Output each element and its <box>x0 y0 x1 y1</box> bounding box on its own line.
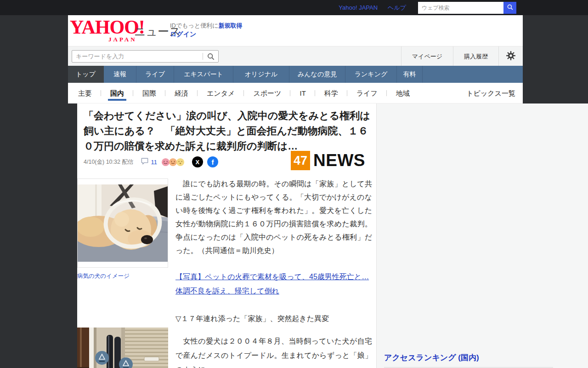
mypage-link[interactable]: マイページ <box>401 46 453 66</box>
top-bar-inner: Yahoo! JAPAN ヘルプ <box>68 0 523 15</box>
comments-button[interactable]: 11 <box>141 157 157 167</box>
x-icon: X <box>196 159 200 166</box>
share-facebook-button[interactable]: f <box>207 156 218 167</box>
source-47-badge: 47 <box>291 151 310 170</box>
subnav-item-chiiki[interactable]: 地域 <box>387 83 419 104</box>
nav-tab-expert[interactable]: エキスパート <box>174 66 233 83</box>
subnav-item-kokunai[interactable]: 国内 <box>101 83 133 104</box>
keyword-search-row: マイページ 購入履歴 <box>68 46 523 66</box>
article-paragraph-2: 女性の愛犬は２００４年８月、当時飼っていた犬が自宅で産んだメスのトイプードル。生… <box>175 334 372 368</box>
news-source-logo[interactable]: 47 NEWS <box>291 151 365 170</box>
nav-tab-paid[interactable]: 有料 <box>397 66 423 83</box>
nav-tab-sokuho[interactable]: 速報 <box>104 66 136 83</box>
purchase-history-link[interactable]: 購入履歴 <box>453 46 498 66</box>
account-shortcuts: マイページ 購入履歴 <box>401 46 523 66</box>
keyword-search-box <box>72 50 219 63</box>
login-link[interactable]: ログイン <box>170 30 196 39</box>
article-meta: 4/10(金) 10:32 配信 11 <box>84 156 218 168</box>
site-header: YAHOO! JAPAN ニュース IDでもっと便利に新規取得 ログイン <box>68 15 523 46</box>
access-ranking-heading[interactable]: アクセスランキング (国内) <box>384 352 553 368</box>
category-subnav: 主要 国内 国際 経済 エンタメ スポーツ IT 科学 ライフ 地域 トピックス… <box>68 83 523 104</box>
help-link[interactable]: ヘルプ <box>388 4 406 12</box>
article-photo-clinic[interactable] <box>77 326 168 368</box>
article-paragraph-1: 誰にでも訪れる最期の時。その瞬間は「家族」として共に過ごしたペットにもやってくる… <box>175 177 372 257</box>
main-nav: トップ 速報 ライブ エキスパート オリジナル みんなの意見 ランキング 有料 <box>68 66 523 83</box>
web-search-button[interactable] <box>503 2 516 14</box>
web-search-input[interactable] <box>418 2 503 14</box>
search-divider <box>203 53 203 60</box>
gear-icon <box>506 51 516 63</box>
nav-tab-ranking[interactable]: ランキング <box>345 66 397 83</box>
subnav-item-sports[interactable]: スポーツ <box>244 83 290 104</box>
subnav-item-kagaku[interactable]: 科学 <box>315 83 347 104</box>
nav-tab-opinion[interactable]: みんなの意見 <box>289 66 345 83</box>
signup-link[interactable]: 新規取得 <box>219 22 243 29</box>
subnav-item-it[interactable]: IT <box>290 83 315 104</box>
facebook-icon: f <box>211 158 214 166</box>
sidebar-ad-area <box>377 104 588 368</box>
subnav-item-entame[interactable]: エンタメ <box>198 83 244 104</box>
search-icon[interactable] <box>207 52 215 63</box>
keyword-search-input[interactable] <box>72 51 202 62</box>
yahoo-japan-link[interactable]: Yahoo! JAPAN <box>339 4 378 11</box>
settings-button[interactable] <box>498 46 523 66</box>
topics-list-link[interactable]: トピックス一覧 <box>466 83 515 104</box>
reaction-emojis <box>163 158 185 167</box>
source-news-label: NEWS <box>313 151 365 170</box>
share-x-button[interactable]: X <box>192 156 203 167</box>
id-promo-label: IDでもっと便利に <box>170 22 219 29</box>
article-subheading: ▽１７年連れ添った「家族」、突然起きた異変 <box>175 312 372 326</box>
publish-date: 4/10(金) 10:32 配信 <box>84 158 133 166</box>
article-title: 「会わせてください」涙の叫び、入院中の愛犬をみとる権利は飼い主にある？ 「絶対大… <box>84 108 373 154</box>
dog-with-cone-image <box>78 184 168 262</box>
nav-tab-live[interactable]: ライブ <box>136 66 174 83</box>
yahoo-news-page: Yahoo! JAPAN ヘルプ YAHOO! JAPAN ニュース IDでもっ… <box>0 0 588 368</box>
comment-count: 11 <box>151 159 157 166</box>
subnav-item-keizai[interactable]: 経済 <box>165 83 198 104</box>
nav-tab-top[interactable]: トップ <box>68 66 104 83</box>
comment-bubble-icon <box>141 157 149 167</box>
reaction-calm-icon[interactable] <box>176 158 185 167</box>
subnav-item-life[interactable]: ライフ <box>347 83 387 104</box>
article-card: 「会わせてください」涙の叫び、入院中の愛犬をみとる権利は飼い主にある？ 「絶対大… <box>77 104 377 368</box>
yahoo-logo-japan: JAPAN <box>108 36 137 43</box>
nav-tab-original[interactable]: オリジナル <box>233 66 289 83</box>
global-top-bar: Yahoo! JAPAN ヘルプ <box>0 0 588 15</box>
subnav-item-shuyo[interactable]: 主要 <box>69 83 101 104</box>
web-search-form <box>418 2 516 14</box>
photo-caption-link[interactable]: 病気の犬のイメージ <box>77 272 130 280</box>
clinic-door-image <box>77 328 168 368</box>
id-promo-text: IDでもっと便利に新規取得 <box>170 22 243 30</box>
search-icon <box>507 4 514 12</box>
subnav-item-kokusai[interactable]: 国際 <box>133 83 165 104</box>
article-photo-dog[interactable] <box>77 178 168 268</box>
related-photo-link[interactable]: 【写真】ペットの火葬で素材を吸って、45歳男性死亡と…体調不良を訴え、帰宅して倒… <box>175 270 372 298</box>
yahoo-logo[interactable]: YAHOO! <box>70 17 145 37</box>
